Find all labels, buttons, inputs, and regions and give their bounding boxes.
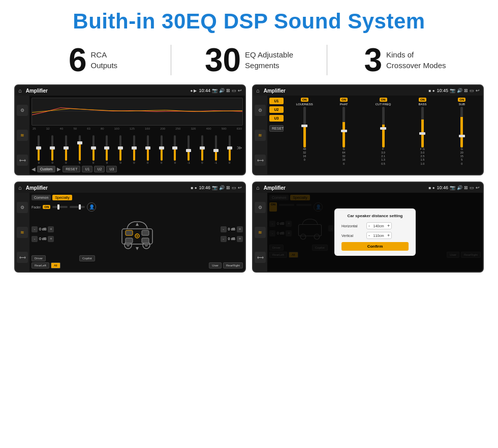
fader-side-btn-1[interactable]: ⚙ [17,202,28,213]
preset-u1[interactable]: U1 [269,98,284,104]
eq-u2-btn[interactable]: U2 [94,166,105,172]
eq-slider-13[interactable]: -1 [209,135,222,164]
btn-user[interactable]: User [209,262,222,268]
fader-handle [57,204,59,210]
eq-slider-5[interactable]: 0 [101,135,113,164]
eq-slider-3[interactable]: 5 [73,135,86,164]
fader-on-toggle[interactable]: ON [43,205,50,209]
unit-sub: ON SUB G 20 15 5 0 [443,98,481,172]
dialog-title: Car speaker distance setting [341,214,409,218]
preset-u2[interactable]: U2 [269,106,284,113]
fader-track-2[interactable] [70,206,85,208]
on-badge-loudness: ON [301,98,308,102]
eq-u3-btn[interactable]: U3 [106,166,117,172]
camera-icon-1: 📷 [212,88,217,93]
cross-side-btn-3[interactable]: ⟷ [255,155,266,166]
eq-slider-12[interactable]: 0 [196,135,209,164]
dist-side-btn-1[interactable]: ⚙ [255,202,266,213]
svg-rect-7 [142,230,149,235]
btn-copilot[interactable]: Copilot [79,255,95,261]
db-minus-left-1[interactable]: - [32,226,38,232]
vertical-control: - 110cm + [366,232,392,239]
fader-side-btn-2[interactable]: ≋ [17,227,28,238]
eq-slider-6[interactable]: 0 [114,135,127,164]
btn-rearright[interactable]: RearRight [223,262,243,268]
fader-settings-icon[interactable]: 👤 [87,202,96,212]
db-minus-right-1[interactable]: - [221,226,227,232]
signal-icon-1: ⊠ [226,88,230,93]
tab-specialty[interactable]: Specialty [52,195,72,200]
eq-next-btn[interactable]: ▶ [57,166,61,172]
app-name-2: Amplifier [264,88,427,94]
btn-rearleft[interactable]: RearLeft [32,262,49,268]
distance-dialog: Car speaker distance setting Horizontal … [334,208,416,256]
status-icons-4: 10:46 📷 🔊 ⊠ ▭ ↩ [437,185,480,190]
cross-side-btn-2[interactable]: ≋ [255,130,266,141]
label-sub: SUB [459,103,465,106]
db-plus-right-1[interactable]: + [237,226,243,232]
eq-slider-0[interactable]: 0 [33,135,45,164]
svg-rect-8 [126,238,133,243]
btn-all[interactable]: All [51,262,60,268]
bottom-buttons-fader-2: RearLeft All User RearRight [32,262,243,268]
eq-prev-btn[interactable]: ◀ [32,166,36,172]
eq-slider-1[interactable]: 0 [46,135,59,164]
horizontal-minus-btn[interactable]: - [368,223,370,228]
slider-bass[interactable] [421,107,424,147]
slider-cutfreq[interactable] [382,107,385,147]
eq-side-btn-2[interactable]: ≋ [17,130,28,141]
db-minus-right-2[interactable]: - [221,236,227,242]
eq-slider-14[interactable]: 0 [223,135,236,164]
status-bar-1: ⌂ Amplifier ● ▶ 10:44 📷 🔊 ⊠ ▭ ↩ [15,85,245,96]
label-loudness: LOUDNESS [296,103,313,106]
fader-track[interactable] [52,206,68,208]
eq-slider-9[interactable]: 0 [155,135,168,164]
eq-slider-11[interactable]: -1 [182,135,195,164]
eq-slider-10[interactable]: 0 [169,135,181,164]
vertical-plus-btn[interactable]: + [387,233,390,238]
svg-point-3 [127,244,130,247]
on-badge-bass: ON [419,98,426,102]
dist-side-btn-2[interactable]: ≋ [255,227,266,238]
camera-icon-4: 📷 [450,185,455,190]
battery-icon-2: ▭ [470,88,474,93]
home-icon-2: ⌂ [256,87,260,94]
eq-main-content: 25 32 40 50 63 80 100 125 160 200 250 32… [29,96,245,174]
screen-content-crossover: ⚙ ≋ ⟷ U1 U2 U3 RESET ON LOUDNESS [253,96,483,174]
fader-side-btn-3[interactable]: ⟷ [17,252,28,263]
cross-side-btn-1[interactable]: ⚙ [255,105,266,116]
eq-reset-btn[interactable]: RESET [63,166,80,172]
eq-preset-custom[interactable]: Custom [37,166,55,172]
tab-common[interactable]: Common [32,195,51,200]
divider-2 [327,45,327,75]
cross-reset-btn[interactable]: RESET [269,125,284,132]
slider-loudness[interactable] [303,107,306,147]
eq-side-btn-3[interactable]: ⟷ [17,155,28,166]
slider-phat[interactable] [343,107,345,147]
horizontal-plus-btn[interactable]: + [387,223,390,228]
db-plus-left-1[interactable]: + [48,226,54,232]
eq-slider-4[interactable]: 0 [87,135,100,164]
preset-u3[interactable]: U3 [269,115,284,122]
eq-slider-2[interactable]: 0 [60,135,73,164]
confirm-button[interactable]: Confirm [341,242,409,251]
eq-u1-btn[interactable]: U1 [82,166,92,172]
dist-side-btn-3[interactable]: ⟷ [255,252,266,263]
side-controls-eq: ⚙ ≋ ⟷ [15,96,29,174]
distance-dialog-overlay: Car speaker distance setting Horizontal … [267,193,483,272]
eq-side-btn-1[interactable]: ⚙ [17,105,28,116]
eq-bottom-bar: ◀ Custom ▶ RESET U1 U2 U3 [32,166,243,172]
vertical-minus-btn[interactable]: - [368,233,370,238]
db-minus-left-2[interactable]: - [32,236,38,242]
btn-driver[interactable]: Driver [32,255,46,261]
screen-speaker-distance: ⌂ Amplifier ■ ● 10:46 📷 🔊 ⊠ ▭ ↩ ⚙ ≋ ⟷ [252,182,484,273]
db-plus-right-2[interactable]: + [237,236,243,242]
features-row: 6 RCA Outputs 30 EQ Adjustable Segments … [0,39,498,84]
db-plus-left-2[interactable]: + [48,236,54,242]
volume-icon-4: 🔊 [457,185,462,190]
speaker-layout-area: - 0 dB + - 0 dB + [32,214,243,254]
status-icons-2: 10:45 📷 🔊 ⊠ ▭ ↩ [437,88,480,93]
slider-sub[interactable] [460,107,463,147]
eq-slider-7[interactable]: 0 [128,135,141,164]
eq-slider-8[interactable]: 0 [141,135,154,164]
